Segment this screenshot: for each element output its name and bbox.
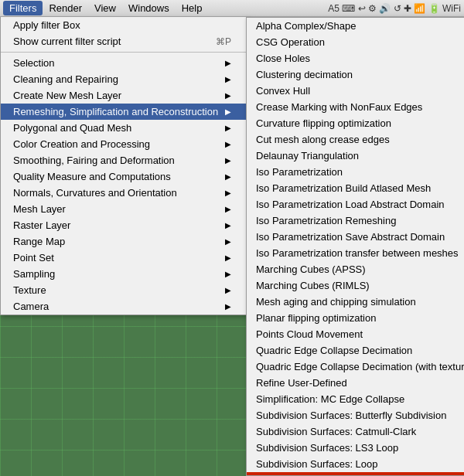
submenu-simplification-mc[interactable]: Simplification: MC Edge Collapse (247, 391, 464, 407)
separator-1 (1, 52, 247, 53)
submenu-curvature-flipping[interactable]: Curvature flipping optimization (247, 115, 464, 131)
menu-filters[interactable]: Filters (3, 1, 43, 15)
menu-quality-measure[interactable]: Quality Measure and Computations ▶ (1, 168, 247, 185)
menu-windows[interactable]: Windows (122, 1, 176, 15)
system-icons: A5 ⌨ ↩ ⚙ 🔊 ↺ ✚ 📶 🔋 WiFi (328, 3, 461, 14)
submenu-iso-param-abstract[interactable]: Iso Parametrization Load Abstract Domain (247, 196, 464, 212)
arrow-icon: ▶ (225, 91, 231, 100)
apply-filter-box[interactable]: Apply filter Box (1, 17, 247, 33)
menu-normals-curvatures[interactable]: Normals, Curvatures and Orientation ▶ (1, 185, 247, 201)
submenu-marching-cubes-rimls[interactable]: Marching Cubes (RIMLS) (247, 277, 464, 294)
menu-texture[interactable]: Texture ▶ (1, 282, 247, 298)
filters-dropdown: Apply filter Box Show current filter scr… (0, 17, 247, 315)
submenu-crease-marking[interactable]: Crease Marking with NonFaux Edges (247, 99, 464, 115)
menu-cleaning-repairing[interactable]: Cleaning and Repairing ▶ (1, 71, 247, 87)
submenu-csg-operation[interactable]: CSG Operation (247, 34, 464, 50)
menu-remeshing[interactable]: Remeshing, Simplification and Reconstruc… (1, 104, 247, 120)
menu-smoothing[interactable]: Smoothing, Fairing and Deformation ▶ (1, 152, 247, 168)
arrow-icon: ▶ (225, 205, 231, 213)
remeshing-submenu: Alpha Complex/Shape CSG Operation Close … (246, 17, 464, 476)
submenu-quadric-edge-collapse-texture[interactable]: Quadric Edge Collapse Decimation (with t… (247, 359, 464, 375)
menu-point-set[interactable]: Point Set ▶ (1, 250, 247, 266)
submenu-iso-param-atlased[interactable]: Iso Parametrization Build Atlased Mesh (247, 180, 464, 196)
arrow-icon: ▶ (225, 270, 231, 278)
arrow-icon: ▶ (225, 140, 231, 148)
submenu-iso-param-transfer[interactable]: Iso Parametrization transfer between mes… (247, 245, 464, 261)
menu-polygonal-quad[interactable]: Polygonal and Quad Mesh ▶ (1, 120, 247, 136)
submenu-iso-param[interactable]: Iso Parametrization (247, 164, 464, 180)
submenu-iso-param-save[interactable]: Iso Parametrization Save Abstract Domain (247, 229, 464, 245)
menu-selection[interactable]: Selection ▶ (1, 55, 247, 71)
arrow-icon: ▶ (225, 221, 231, 230)
arrow-icon: ▶ (225, 302, 231, 311)
menu-camera[interactable]: Camera ▶ (1, 298, 247, 314)
submenu-cut-mesh[interactable]: Cut mesh along crease edges (247, 131, 464, 148)
submenu-subdivision-midpoint[interactable]: Subdivision Surfaces: Midpoint (247, 472, 464, 476)
arrow-icon: ▶ (225, 59, 231, 67)
shortcut-show-script: ⌘P (216, 36, 231, 47)
menu-sampling[interactable]: Sampling ▶ (1, 266, 247, 282)
menu-help[interactable]: Help (176, 1, 209, 15)
submenu-convex-hull[interactable]: Convex Hull (247, 83, 464, 99)
arrow-icon: ▶ (225, 237, 231, 246)
submenu-refine-user-defined[interactable]: Refine User-Defined (247, 375, 464, 391)
menubar: Filters Render View Windows Help A5 ⌨ ↩ … (0, 0, 464, 17)
submenu-close-holes[interactable]: Close Holes (247, 50, 464, 66)
menu-range-map[interactable]: Range Map ▶ (1, 233, 247, 250)
submenu-marching-cubes-apss[interactable]: Marching Cubes (APSS) (247, 261, 464, 277)
show-current-filter-script[interactable]: Show current filter script ⌘P (1, 33, 247, 49)
arrow-icon: ▶ (225, 124, 231, 132)
menu-create-new-mesh-layer[interactable]: Create New Mesh Layer ▶ (1, 87, 247, 104)
arrow-icon: ▶ (225, 172, 231, 181)
arrow-icon: ▶ (225, 253, 231, 262)
arrow-icon: ▶ (225, 286, 231, 294)
battery-icon: A5 ⌨ ↩ ⚙ 🔊 ↺ ✚ 📶 🔋 WiFi (328, 3, 461, 14)
arrow-icon: ▶ (225, 156, 231, 165)
menu-mesh-layer[interactable]: Mesh Layer ▶ (1, 201, 247, 217)
submenu-iso-param-remeshing[interactable]: Iso Parametrization Remeshing (247, 212, 464, 229)
submenu-quadric-edge-collapse[interactable]: Quadric Edge Collapse Decimation (247, 342, 464, 359)
submenu-points-cloud[interactable]: Points Cloud Movement (247, 326, 464, 342)
menu-raster-layer[interactable]: Raster Layer ▶ (1, 217, 247, 233)
menu-view[interactable]: View (88, 1, 122, 15)
submenu-mesh-aging[interactable]: Mesh aging and chipping simulation (247, 294, 464, 310)
submenu-delaunay[interactable]: Delaunay Triangulation (247, 148, 464, 164)
arrow-icon: ▶ (225, 107, 231, 116)
submenu-subdivision-butterfly[interactable]: Subdivision Surfaces: Butterfly Subdivis… (247, 407, 464, 423)
menu-render[interactable]: Render (43, 1, 88, 15)
menu-color-creation[interactable]: Color Creation and Processing ▶ (1, 136, 247, 152)
submenu-subdivision-ls3[interactable]: Subdivision Surfaces: LS3 Loop (247, 440, 464, 456)
submenu-alpha-complex[interactable]: Alpha Complex/Shape (247, 18, 464, 34)
arrow-icon: ▶ (225, 75, 231, 83)
submenu-subdivision-loop[interactable]: Subdivision Surfaces: Loop (247, 456, 464, 472)
submenu-planar-flipping[interactable]: Planar flipping optimization (247, 310, 464, 326)
arrow-icon: ▶ (225, 189, 231, 197)
submenu-clustering-decimation[interactable]: Clustering decimation (247, 66, 464, 83)
submenu-subdivision-catmull[interactable]: Subdivision Surfaces: Catmull-Clark (247, 423, 464, 440)
